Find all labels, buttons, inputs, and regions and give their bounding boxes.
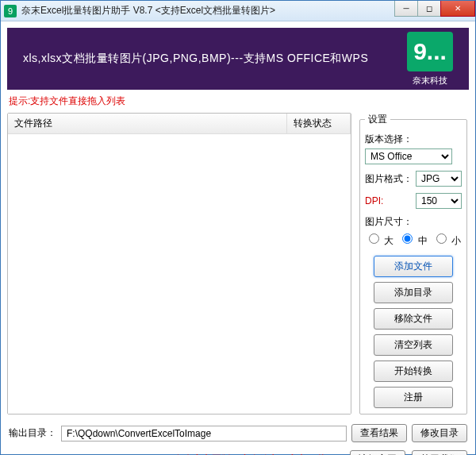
size-medium[interactable]: 中	[398, 231, 427, 248]
drag-hint: 提示:支持文件直接拖入列表	[7, 90, 469, 113]
file-list-body[interactable]	[8, 134, 351, 414]
title-bar: 9 奈末Excel批量转图片助手 V8.7 <支持Excel文档批量转图片> ─…	[1, 1, 475, 21]
column-path[interactable]: 文件路径	[8, 114, 287, 133]
size-large[interactable]: 大	[365, 231, 393, 248]
close-button[interactable]: ✕	[440, 1, 475, 17]
start-convert-button[interactable]: 开始转换	[374, 361, 453, 382]
about-us-button[interactable]: 关于我们	[412, 450, 467, 455]
column-status[interactable]: 转换状态	[287, 114, 351, 133]
dpi-select[interactable]: 150	[416, 193, 462, 209]
file-list-panel: 文件路径 转换状态	[7, 113, 351, 415]
banner-text: xls,xlsx文档批量转图片(JPG,PNG,BMP)---支持MS OFFI…	[23, 52, 368, 66]
format-select[interactable]: JPG	[416, 171, 462, 187]
minimize-button[interactable]: ─	[394, 1, 418, 17]
modify-dir-button[interactable]: 修改目录	[412, 424, 467, 442]
logo-icon: 9...	[413, 38, 447, 65]
brand-logo: 9... 奈末科技	[407, 32, 453, 87]
banner: xls,xlsx文档批量转图片(JPG,PNG,BMP)---支持MS OFFI…	[7, 28, 469, 90]
output-row: 输出目录： 查看结果 修改目录	[7, 421, 469, 445]
footer: 奈末官方正版，安全放心，官方下载-->> 访问官网 关于我们	[7, 445, 469, 455]
window-title: 奈末Excel批量转图片助手 V8.7 <支持Excel文档批量转图片>	[21, 4, 275, 17]
register-button[interactable]: 注册	[374, 387, 453, 408]
view-result-button[interactable]: 查看结果	[351, 424, 407, 442]
app-icon: 9	[4, 5, 17, 17]
list-header: 文件路径 转换状态	[8, 114, 351, 134]
clear-list-button[interactable]: 清空列表	[374, 334, 453, 356]
size-small[interactable]: 小	[432, 231, 461, 248]
format-label: 图片格式：	[365, 172, 413, 186]
output-path-input[interactable]	[61, 426, 347, 442]
logo-label: 奈末科技	[407, 75, 453, 87]
settings-panel: 设置 版本选择： MS Office 图片格式： JPG DPI: 150	[359, 113, 467, 415]
version-label: 版本选择：	[365, 133, 462, 146]
size-label: 图片尺寸：	[365, 215, 462, 229]
add-dir-button[interactable]: 添加目录	[374, 282, 453, 303]
dpi-label: DPI:	[365, 195, 383, 206]
maximize-button[interactable]: ◻	[417, 1, 441, 17]
remove-file-button[interactable]: 移除文件	[374, 308, 453, 330]
settings-legend: 设置	[365, 113, 390, 126]
add-file-button[interactable]: 添加文件	[374, 256, 453, 277]
version-select[interactable]: MS Office	[365, 148, 452, 164]
size-radio-group: 大 中 小	[365, 231, 462, 248]
app-window: 9 奈末Excel批量转图片助手 V8.7 <支持Excel文档批量转图片> ─…	[0, 0, 476, 455]
visit-site-button[interactable]: 访问官网	[350, 450, 405, 455]
output-label: 输出目录：	[9, 426, 56, 440]
